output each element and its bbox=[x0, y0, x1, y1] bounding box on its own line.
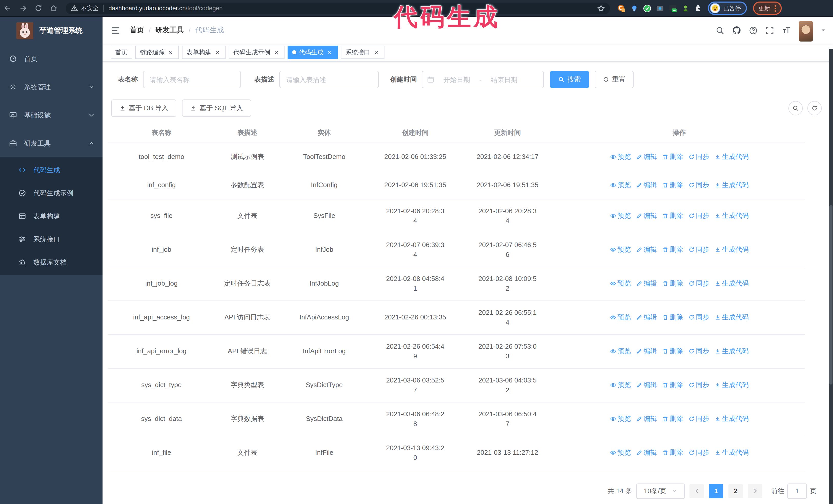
page-size-select[interactable]: 10条/页 bbox=[636, 483, 685, 499]
action-edit-link[interactable]: 编辑 bbox=[636, 211, 657, 221]
browser-update-button[interactable]: 更新 bbox=[753, 2, 782, 15]
action-edit-link[interactable]: 编辑 bbox=[636, 414, 657, 424]
import-db-button[interactable]: 基于 DB 导入 bbox=[111, 99, 176, 117]
avatar[interactable] bbox=[799, 21, 813, 42]
tab-close-icon[interactable]: × bbox=[167, 49, 174, 56]
action-sync-link[interactable]: 同步 bbox=[688, 279, 709, 289]
action-sync-link[interactable]: 同步 bbox=[688, 245, 709, 255]
action-eye-link[interactable]: 预览 bbox=[610, 152, 631, 162]
address-bar[interactable]: 不安全 dashboard.yudao.iocoder.cn/tool/code… bbox=[66, 2, 610, 14]
action-sync-link[interactable]: 同步 bbox=[688, 414, 709, 424]
action-eye-link[interactable]: 预览 bbox=[610, 279, 631, 289]
tab-close-icon[interactable]: × bbox=[273, 49, 280, 56]
refresh-table-button[interactable] bbox=[807, 101, 822, 115]
action-trash-link[interactable]: 删除 bbox=[662, 152, 683, 162]
toggle-search-button[interactable] bbox=[788, 101, 803, 115]
action-eye-link[interactable]: 预览 bbox=[610, 211, 631, 221]
action-sync-link[interactable]: 同步 bbox=[688, 312, 709, 322]
page-number-2[interactable]: 2 bbox=[729, 484, 743, 498]
help-icon[interactable] bbox=[749, 26, 758, 34]
security-warning-icon[interactable] bbox=[71, 5, 78, 12]
action-eye-link[interactable]: 预览 bbox=[610, 346, 631, 356]
action-trash-link[interactable]: 删除 bbox=[662, 312, 683, 322]
action-edit-link[interactable]: 编辑 bbox=[636, 380, 657, 390]
kebab-menu-icon[interactable] bbox=[774, 5, 776, 11]
action-eye-link[interactable]: 预览 bbox=[610, 380, 631, 390]
date-range-picker[interactable]: - bbox=[422, 71, 544, 88]
tab-close-icon[interactable]: × bbox=[326, 49, 333, 56]
sidebar-item-codegen-demo[interactable]: 代码生成示例 bbox=[0, 182, 102, 205]
action-trash-link[interactable]: 删除 bbox=[662, 279, 683, 289]
forward-icon[interactable] bbox=[15, 2, 31, 15]
action-trash-link[interactable]: 删除 bbox=[662, 180, 683, 190]
action-trash-link[interactable]: 删除 bbox=[662, 245, 683, 255]
action-edit-link[interactable]: 编辑 bbox=[636, 152, 657, 162]
tab-链路追踪[interactable]: 链路追踪× bbox=[135, 46, 179, 59]
action-edit-link[interactable]: 编辑 bbox=[636, 448, 657, 458]
sidebar-item-system-mgmt[interactable]: 系统管理 bbox=[0, 73, 102, 101]
fullscreen-icon[interactable] bbox=[765, 26, 774, 34]
action-trash-link[interactable]: 删除 bbox=[662, 448, 683, 458]
action-eye-link[interactable]: 预览 bbox=[610, 414, 631, 424]
action-sync-link[interactable]: 同步 bbox=[688, 448, 709, 458]
start-date-input[interactable] bbox=[436, 75, 477, 84]
scrollbar-thumb[interactable] bbox=[829, 205, 832, 385]
extension-check-icon[interactable] bbox=[643, 4, 651, 13]
tab-表单构建[interactable]: 表单构建× bbox=[182, 46, 225, 59]
action-edit-link[interactable]: 编辑 bbox=[636, 180, 657, 190]
page-scrollbar[interactable] bbox=[829, 49, 833, 504]
import-sql-button[interactable]: 基于 SQL 导入 bbox=[182, 99, 252, 117]
sidebar-item-db-doc[interactable]: 数据库文档 bbox=[0, 251, 102, 274]
action-edit-link[interactable]: 编辑 bbox=[636, 312, 657, 322]
action-sync-link[interactable]: 同步 bbox=[688, 152, 709, 162]
end-date-input[interactable] bbox=[484, 75, 525, 84]
search-button[interactable]: 搜索 bbox=[550, 71, 589, 88]
sidebar-item-home[interactable]: 首页 bbox=[0, 45, 102, 73]
sidebar-item-infrastructure[interactable]: 基础设施 bbox=[0, 101, 102, 129]
action-sync-link[interactable]: 同步 bbox=[688, 180, 709, 190]
action-sync-link[interactable]: 同步 bbox=[688, 211, 709, 221]
tab-系统接口[interactable]: 系统接口× bbox=[341, 46, 384, 59]
action-download-link[interactable]: 生成代码 bbox=[714, 211, 749, 221]
page-number-1[interactable]: 1 bbox=[709, 484, 723, 498]
sidebar-item-form-builder[interactable]: 表单构建 bbox=[0, 205, 102, 227]
goto-page-input[interactable] bbox=[787, 483, 807, 499]
home-icon[interactable] bbox=[46, 2, 62, 15]
extension-puzzle-icon[interactable] bbox=[694, 4, 702, 12]
reload-icon[interactable] bbox=[31, 2, 46, 15]
action-download-link[interactable]: 生成代码 bbox=[714, 312, 749, 322]
sidebar-item-system-api[interactable]: 系统接口 bbox=[0, 227, 102, 251]
extension-on-icon[interactable] bbox=[668, 4, 677, 13]
action-download-link[interactable]: 生成代码 bbox=[714, 448, 749, 458]
action-eye-link[interactable]: 预览 bbox=[610, 448, 631, 458]
extension-bulb-icon[interactable] bbox=[630, 4, 638, 12]
extension-diamond-icon[interactable] bbox=[656, 4, 664, 12]
action-download-link[interactable]: 生成代码 bbox=[714, 279, 749, 289]
action-download-link[interactable]: 生成代码 bbox=[714, 346, 749, 356]
bookmark-star-icon[interactable] bbox=[597, 4, 605, 12]
search-icon[interactable] bbox=[716, 26, 724, 34]
hamburger-icon[interactable] bbox=[105, 25, 125, 35]
font-size-icon[interactable] bbox=[782, 26, 791, 35]
app-logo[interactable]: 芋道管理系统 bbox=[0, 17, 102, 45]
action-trash-link[interactable]: 删除 bbox=[662, 346, 683, 356]
action-download-link[interactable]: 生成代码 bbox=[714, 180, 749, 190]
action-download-link[interactable]: 生成代码 bbox=[714, 245, 749, 255]
prev-page-button[interactable] bbox=[689, 484, 704, 498]
breadcrumb-item[interactable]: 研发工具 bbox=[155, 26, 184, 35]
tab-close-icon[interactable]: × bbox=[214, 49, 221, 56]
action-trash-link[interactable]: 删除 bbox=[662, 211, 683, 221]
action-edit-link[interactable]: 编辑 bbox=[636, 279, 657, 289]
sidebar-item-codegen[interactable]: 代码生成 bbox=[0, 159, 102, 182]
next-page-button[interactable] bbox=[748, 484, 762, 498]
table-desc-input[interactable] bbox=[279, 71, 379, 88]
github-icon[interactable] bbox=[732, 26, 741, 35]
extension-swirl-icon[interactable] bbox=[617, 4, 626, 13]
action-eye-link[interactable]: 预览 bbox=[610, 245, 631, 255]
action-eye-link[interactable]: 预览 bbox=[610, 312, 631, 322]
tab-close-icon[interactable]: × bbox=[373, 49, 380, 56]
action-sync-link[interactable]: 同步 bbox=[688, 346, 709, 356]
action-sync-link[interactable]: 同步 bbox=[688, 380, 709, 390]
action-download-link[interactable]: 生成代码 bbox=[714, 152, 749, 162]
action-eye-link[interactable]: 预览 bbox=[610, 180, 631, 190]
